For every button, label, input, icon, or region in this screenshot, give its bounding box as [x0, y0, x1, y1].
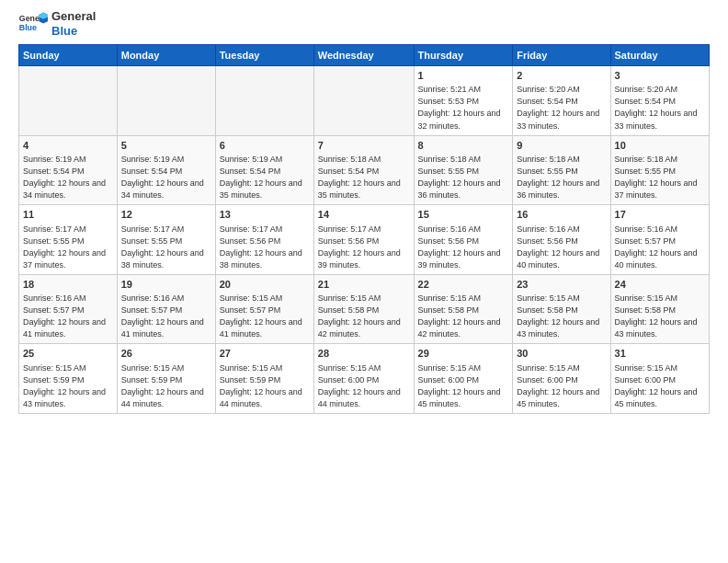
sunset-label: Sunset: 5:54 PM	[318, 167, 380, 176]
day-number: 27	[220, 347, 310, 361]
calendar-week-row: 18 Sunrise: 5:16 AM Sunset: 5:57 PM Dayl…	[19, 274, 710, 344]
calendar-cell: 13 Sunrise: 5:17 AM Sunset: 5:56 PM Dayl…	[215, 205, 313, 275]
day-number: 14	[318, 208, 410, 222]
day-number: 6	[220, 139, 310, 153]
calendar-cell	[313, 66, 414, 136]
day-info: Sunrise: 5:16 AM Sunset: 5:56 PM Dayligh…	[418, 224, 509, 271]
calendar-cell: 12 Sunrise: 5:17 AM Sunset: 5:55 PM Dayl…	[117, 205, 215, 275]
sunrise-label: Sunrise: 5:15 AM	[23, 363, 86, 373]
calendar-day-header: Friday	[513, 45, 610, 66]
day-number: 13	[220, 208, 310, 222]
sunset-label: Sunset: 5:58 PM	[318, 305, 380, 315]
day-info: Sunrise: 5:17 AM Sunset: 5:55 PM Dayligh…	[121, 224, 211, 271]
daylight-label: Daylight: 12 hours and 42 minutes.	[418, 317, 501, 339]
sunrise-label: Sunrise: 5:17 AM	[318, 224, 381, 234]
calendar-cell: 26 Sunrise: 5:15 AM Sunset: 5:59 PM Dayl…	[117, 344, 215, 414]
calendar-cell: 23 Sunrise: 5:15 AM Sunset: 5:58 PM Dayl…	[513, 274, 610, 344]
sunrise-label: Sunrise: 5:19 AM	[121, 155, 185, 164]
daylight-label: Daylight: 12 hours and 35 minutes.	[220, 178, 302, 200]
sunrise-label: Sunrise: 5:15 AM	[318, 293, 381, 303]
day-info: Sunrise: 5:16 AM Sunset: 5:57 PM Dayligh…	[121, 293, 211, 340]
sunrise-label: Sunrise: 5:15 AM	[318, 363, 381, 373]
sunset-label: Sunset: 5:55 PM	[23, 236, 85, 246]
sunset-label: Sunset: 5:56 PM	[220, 236, 281, 246]
day-info: Sunrise: 5:19 AM Sunset: 5:54 PM Dayligh…	[23, 154, 113, 201]
daylight-label: Daylight: 12 hours and 37 minutes.	[615, 178, 698, 200]
calendar-cell: 27 Sunrise: 5:15 AM Sunset: 5:59 PM Dayl…	[215, 344, 313, 414]
sunset-label: Sunset: 5:55 PM	[615, 167, 677, 176]
daylight-label: Daylight: 12 hours and 37 minutes.	[23, 248, 106, 270]
daylight-label: Daylight: 12 hours and 43 minutes.	[23, 387, 106, 408]
sunrise-label: Sunrise: 5:15 AM	[220, 363, 283, 373]
daylight-label: Daylight: 12 hours and 38 minutes.	[121, 248, 204, 270]
sunset-label: Sunset: 5:54 PM	[23, 167, 85, 176]
day-info: Sunrise: 5:15 AM Sunset: 5:58 PM Dayligh…	[615, 293, 705, 340]
daylight-label: Daylight: 12 hours and 45 minutes.	[517, 387, 599, 408]
day-info: Sunrise: 5:16 AM Sunset: 5:57 PM Dayligh…	[23, 293, 113, 340]
day-number: 1	[418, 69, 509, 83]
sunset-label: Sunset: 5:55 PM	[517, 167, 578, 176]
daylight-label: Daylight: 12 hours and 34 minutes.	[23, 178, 106, 200]
daylight-label: Daylight: 12 hours and 45 minutes.	[418, 387, 501, 408]
calendar-cell: 2 Sunrise: 5:20 AM Sunset: 5:54 PM Dayli…	[513, 66, 610, 136]
calendar-day-header: Wednesday	[313, 45, 414, 66]
sunrise-label: Sunrise: 5:16 AM	[121, 293, 185, 303]
daylight-label: Daylight: 12 hours and 32 minutes.	[418, 109, 501, 130]
day-number: 9	[517, 139, 606, 153]
daylight-label: Daylight: 12 hours and 41 minutes.	[121, 317, 204, 339]
sunset-label: Sunset: 5:58 PM	[418, 305, 480, 315]
day-number: 21	[318, 278, 410, 292]
sunset-label: Sunset: 5:59 PM	[23, 375, 85, 385]
day-info: Sunrise: 5:18 AM Sunset: 5:54 PM Dayligh…	[318, 154, 410, 201]
day-info: Sunrise: 5:18 AM Sunset: 5:55 PM Dayligh…	[615, 154, 705, 201]
calendar-cell: 15 Sunrise: 5:16 AM Sunset: 5:56 PM Dayl…	[414, 205, 513, 275]
calendar-cell: 25 Sunrise: 5:15 AM Sunset: 5:59 PM Dayl…	[19, 344, 118, 414]
header: General Blue General Blue	[18, 9, 710, 39]
sunset-label: Sunset: 5:54 PM	[615, 97, 677, 106]
day-number: 18	[23, 278, 113, 292]
day-info: Sunrise: 5:17 AM Sunset: 5:56 PM Dayligh…	[220, 224, 310, 271]
calendar-header-row: SundayMondayTuesdayWednesdayThursdayFrid…	[19, 45, 710, 66]
logo-line1: General	[51, 9, 96, 24]
day-info: Sunrise: 5:16 AM Sunset: 5:56 PM Dayligh…	[517, 224, 606, 271]
calendar-day-header: Saturday	[610, 45, 709, 66]
day-number: 7	[318, 139, 410, 153]
sunset-label: Sunset: 5:57 PM	[615, 236, 677, 246]
daylight-label: Daylight: 12 hours and 33 minutes.	[615, 109, 698, 130]
calendar-cell: 28 Sunrise: 5:15 AM Sunset: 6:00 PM Dayl…	[313, 344, 414, 414]
sunset-label: Sunset: 5:59 PM	[220, 375, 281, 385]
sunrise-label: Sunrise: 5:20 AM	[615, 85, 678, 94]
logo: General Blue General Blue	[18, 9, 96, 39]
calendar-week-row: 25 Sunrise: 5:15 AM Sunset: 5:59 PM Dayl…	[19, 344, 710, 414]
calendar-cell	[215, 66, 313, 136]
sunrise-label: Sunrise: 5:20 AM	[517, 85, 580, 94]
day-number: 15	[418, 208, 509, 222]
sunset-label: Sunset: 5:54 PM	[517, 97, 578, 106]
day-number: 17	[615, 208, 705, 222]
day-info: Sunrise: 5:15 AM Sunset: 5:58 PM Dayligh…	[517, 293, 606, 340]
day-number: 26	[121, 347, 211, 361]
day-info: Sunrise: 5:15 AM Sunset: 6:00 PM Dayligh…	[318, 362, 410, 410]
day-number: 5	[121, 139, 211, 153]
day-number: 16	[517, 208, 606, 222]
daylight-label: Daylight: 12 hours and 33 minutes.	[517, 109, 599, 130]
calendar-cell: 7 Sunrise: 5:18 AM Sunset: 5:54 PM Dayli…	[313, 135, 414, 205]
calendar-cell: 8 Sunrise: 5:18 AM Sunset: 5:55 PM Dayli…	[414, 135, 513, 205]
sunset-label: Sunset: 5:55 PM	[121, 236, 183, 246]
day-number: 22	[418, 278, 509, 292]
sunrise-label: Sunrise: 5:15 AM	[517, 293, 580, 303]
sunset-label: Sunset: 5:54 PM	[220, 167, 281, 176]
calendar-cell: 3 Sunrise: 5:20 AM Sunset: 5:54 PM Dayli…	[610, 66, 709, 136]
calendar-week-row: 4 Sunrise: 5:19 AM Sunset: 5:54 PM Dayli…	[19, 135, 710, 205]
day-number: 24	[615, 278, 705, 292]
daylight-label: Daylight: 12 hours and 43 minutes.	[615, 317, 698, 339]
sunset-label: Sunset: 5:53 PM	[418, 97, 480, 106]
daylight-label: Daylight: 12 hours and 40 minutes.	[615, 248, 698, 270]
logo-line2: Blue	[51, 24, 96, 39]
daylight-label: Daylight: 12 hours and 36 minutes.	[517, 178, 599, 200]
calendar-cell: 24 Sunrise: 5:15 AM Sunset: 5:58 PM Dayl…	[610, 274, 709, 344]
daylight-label: Daylight: 12 hours and 38 minutes.	[220, 248, 302, 270]
calendar-day-header: Tuesday	[215, 45, 313, 66]
day-number: 2	[517, 69, 606, 83]
calendar-cell: 19 Sunrise: 5:16 AM Sunset: 5:57 PM Dayl…	[117, 274, 215, 344]
